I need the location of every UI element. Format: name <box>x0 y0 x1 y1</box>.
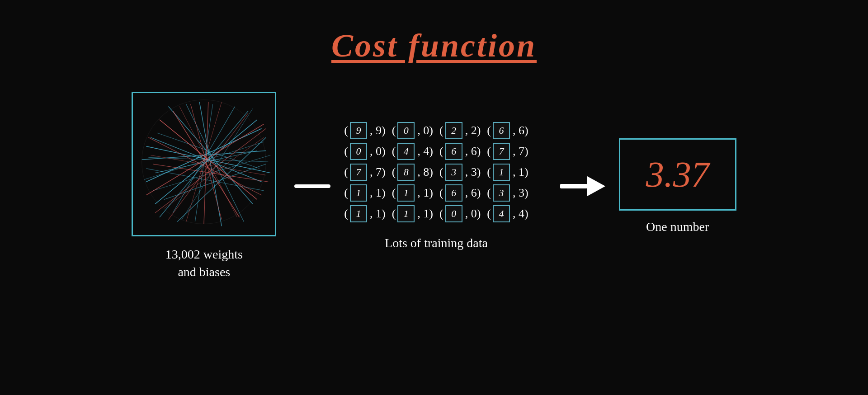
paren-open: ( <box>439 165 443 179</box>
digit-image: 7 <box>350 164 367 181</box>
digit-image: 4 <box>397 143 415 160</box>
digit-label: , 8) <box>417 165 433 179</box>
training-data-label: Lots of training data <box>385 236 488 250</box>
training-row: (1, 1)(1, 1)(6, 6)(3, 3) <box>344 184 528 202</box>
paren-open: ( <box>392 145 396 158</box>
digit-image: 2 <box>445 122 462 139</box>
digit-image: 6 <box>493 122 510 139</box>
digit-image: 3 <box>445 164 462 181</box>
paren-open: ( <box>487 124 491 137</box>
output-label: One number <box>646 220 709 234</box>
digit-image: 1 <box>397 184 415 202</box>
digit-image: 3 <box>493 184 510 202</box>
digit-label: , 6) <box>465 186 481 200</box>
digit-label: , 1) <box>417 207 433 221</box>
paren-open: ( <box>487 145 491 158</box>
digit-label: , 4) <box>513 207 528 221</box>
paren-open: ( <box>392 124 396 137</box>
paren-open: ( <box>344 207 348 221</box>
output-value: 3.37 <box>646 154 709 195</box>
digit-image: 0 <box>350 143 367 160</box>
digit-image: 8 <box>397 164 415 181</box>
arrow-head <box>587 176 605 196</box>
digit-label: , 2) <box>465 124 481 137</box>
digit-image: 1 <box>350 184 367 202</box>
training-data-section: (9, 9)(0, 0)(2, 2)(6, 6)(0, 0)(4, 4)(6, … <box>344 122 528 250</box>
paren-open: ( <box>344 145 348 158</box>
network-box <box>132 92 276 236</box>
digit-image: 4 <box>493 205 510 222</box>
paren-open: ( <box>344 186 348 200</box>
paren-open: ( <box>392 207 396 221</box>
digit-label: , 1) <box>417 186 433 200</box>
digit-label: , 1) <box>513 165 528 179</box>
paren-open: ( <box>487 207 491 221</box>
digit-label: , 3) <box>513 186 528 200</box>
network-section: 13,002 weights and biases <box>132 92 276 281</box>
paren-open: ( <box>487 165 491 179</box>
digit-image: 1 <box>397 205 415 222</box>
digit-image: 9 <box>350 122 367 139</box>
page-title: Cost function <box>331 27 537 65</box>
network-visualization <box>133 93 275 235</box>
digit-label: , 6) <box>465 145 481 158</box>
paren-open: ( <box>439 124 443 137</box>
digit-label: , 3) <box>465 165 481 179</box>
paren-open: ( <box>392 186 396 200</box>
digit-image: 6 <box>445 143 462 160</box>
output-section: 3.37 One number <box>619 138 736 234</box>
training-row: (0, 0)(4, 4)(6, 6)(7, 7) <box>344 143 528 160</box>
paren-open: ( <box>439 207 443 221</box>
training-row: (9, 9)(0, 0)(2, 2)(6, 6) <box>344 122 528 139</box>
digit-image: 1 <box>350 205 367 222</box>
output-box: 3.37 <box>619 138 736 211</box>
training-row: (1, 1)(1, 1)(0, 0)(4, 4) <box>344 205 528 222</box>
svg-line-27 <box>191 104 222 220</box>
digit-label: , 0) <box>417 124 433 137</box>
title-section: Cost function <box>331 27 537 65</box>
training-rows: (9, 9)(0, 0)(2, 2)(6, 6)(0, 0)(4, 4)(6, … <box>344 122 528 222</box>
digit-image: 7 <box>493 143 510 160</box>
digit-label: , 7) <box>513 145 528 158</box>
digit-image: 1 <box>493 164 510 181</box>
paren-open: ( <box>487 186 491 200</box>
digit-image: 0 <box>397 122 415 139</box>
connector-dash <box>294 184 330 188</box>
paren-open: ( <box>344 165 348 179</box>
digit-label: , 4) <box>417 145 433 158</box>
digit-label: , 6) <box>513 124 528 137</box>
paren-open: ( <box>439 186 443 200</box>
digit-label: , 9) <box>370 124 386 137</box>
digit-image: 0 <box>445 205 462 222</box>
digit-image: 6 <box>445 184 462 202</box>
middle-section: (9, 9)(0, 0)(2, 2)(6, 6)(0, 0)(4, 4)(6, … <box>294 122 528 250</box>
main-content: 13,002 weights and biases (9, 9)(0, 0)(2… <box>0 92 868 281</box>
network-label: 13,002 weights and biases <box>165 245 243 281</box>
paren-open: ( <box>344 124 348 137</box>
digit-label: , 1) <box>370 207 386 221</box>
digit-label: , 7) <box>370 165 386 179</box>
digit-label: , 0) <box>370 145 386 158</box>
digit-label: , 1) <box>370 186 386 200</box>
training-row: (7, 7)(8, 8)(3, 3)(1, 1) <box>344 164 528 181</box>
paren-open: ( <box>392 165 396 179</box>
digit-label: , 0) <box>465 207 481 221</box>
arrow-shaft <box>560 184 587 188</box>
paren-open: ( <box>439 145 443 158</box>
